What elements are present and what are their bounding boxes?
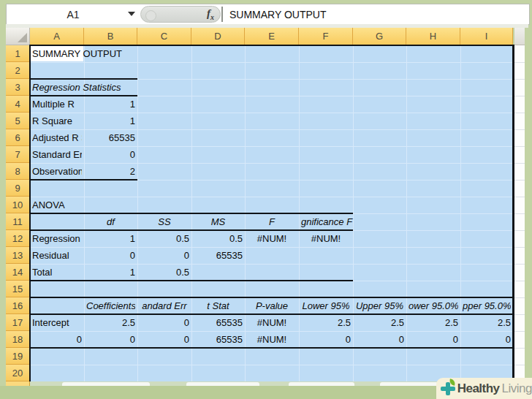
cell-B18[interactable]: 0 [86, 331, 135, 348]
cell-I18[interactable]: 0 [463, 331, 511, 348]
cell-A8[interactable]: Observations [32, 163, 82, 180]
cell-C18[interactable]: 0 [140, 331, 189, 348]
cell-A4[interactable]: Multiple R [32, 96, 82, 113]
row-header-11[interactable]: 11 [6, 213, 30, 230]
row-header-20[interactable]: 20 [6, 365, 30, 381]
cell-D11[interactable]: MS [194, 213, 243, 230]
cell-A7[interactable]: Standard Error [32, 146, 82, 163]
cell-D13[interactable]: 65535 [194, 247, 243, 264]
column-header-B[interactable]: B [84, 28, 137, 45]
gridline-horizontal [514, 281, 525, 281]
column-header-C[interactable]: C [137, 28, 191, 45]
cell-C16[interactable]: andard Err [140, 297, 189, 314]
row-header-7[interactable]: 7 [6, 146, 30, 163]
cell-F18[interactable]: 0 [301, 331, 351, 348]
cell-A10[interactable]: ANOVA [32, 197, 82, 213]
cell-A1[interactable]: SUMMARY OUTPUT [32, 45, 82, 62]
column-header-E[interactable]: E [245, 28, 299, 45]
cell-I17[interactable]: 2.5 [463, 314, 511, 331]
cell-E18[interactable]: #NUM! [247, 331, 297, 348]
formula-bar: A1 fx SUMMARY OUTPUT [6, 4, 530, 25]
column-header-G[interactable]: G [353, 28, 406, 45]
column-header-H[interactable]: H [406, 28, 460, 45]
cell-B6[interactable]: 65535 [86, 129, 135, 146]
cell-A18[interactable]: 0 [32, 331, 82, 348]
row-header-3[interactable]: 3 [6, 79, 30, 96]
row-header-18[interactable]: 18 [6, 331, 30, 348]
column-header-I[interactable]: I [460, 28, 513, 45]
gridline-horizontal [514, 62, 525, 63]
cell-F11[interactable]: gnificance F [301, 213, 351, 230]
row-header-12[interactable]: 12 [6, 230, 30, 247]
row-header-14[interactable]: 14 [6, 264, 30, 281]
column-header-A[interactable]: A [30, 28, 84, 45]
row-header-2[interactable]: 2 [6, 62, 30, 79]
cell-F16[interactable]: Lower 95% [301, 297, 351, 314]
row-header-8[interactable]: 8 [6, 163, 30, 180]
name-box[interactable]: A1 [7, 4, 140, 24]
cell-B14[interactable]: 1 [86, 264, 135, 281]
cell-F17[interactable]: 2.5 [301, 314, 351, 331]
cell-C11[interactable]: SS [140, 213, 189, 230]
cell-E12[interactable]: #NUM! [247, 230, 297, 247]
cell-B11[interactable]: df [86, 213, 135, 230]
row-header-4[interactable]: 4 [6, 96, 30, 113]
cell-B5[interactable]: 1 [86, 113, 135, 129]
cell-C13[interactable]: 0 [140, 247, 189, 264]
row-header-19[interactable]: 19 [6, 348, 30, 365]
cell-G16[interactable]: Upper 95% [355, 297, 404, 314]
gridline-horizontal [514, 230, 525, 231]
cell-G18[interactable]: 0 [355, 331, 404, 348]
cell-H17[interactable]: 2.5 [408, 314, 458, 331]
cell-G17[interactable]: 2.5 [355, 314, 404, 331]
name-box-dropdown-icon[interactable] [128, 12, 135, 16]
cell-A3[interactable]: Regression Statistics [32, 79, 82, 96]
cell-E11[interactable]: F [247, 213, 297, 230]
row-header-5[interactable]: 5 [6, 113, 30, 129]
column-header-F[interactable]: F [299, 28, 353, 45]
row-header-17[interactable]: 17 [6, 314, 30, 331]
cell-D18[interactable]: 65535 [194, 331, 243, 348]
cell-A6[interactable]: Adjusted R Square [32, 129, 82, 146]
cell-A13[interactable]: Residual [32, 247, 82, 264]
cell-C17[interactable]: 0 [140, 314, 189, 331]
row-header-9[interactable]: 9 [6, 180, 30, 197]
cell-C12[interactable]: 0.5 [140, 230, 189, 247]
name-box-value: A1 [66, 9, 79, 20]
cell-A17[interactable]: Intercept [32, 314, 82, 331]
row-header-16[interactable]: 16 [6, 297, 30, 314]
cell-A5[interactable]: R Square [32, 113, 82, 129]
cell-A12[interactable]: Regression [32, 230, 82, 247]
gridline-horizontal [514, 197, 525, 197]
cell-E17[interactable]: #NUM! [247, 314, 297, 331]
gridline-horizontal [514, 129, 525, 130]
formula-input[interactable]: SUMMARY OUTPUT [223, 4, 529, 24]
cell-B17[interactable]: 2.5 [86, 314, 135, 331]
cell-H16[interactable]: ower 95.0% [408, 297, 458, 314]
cell-B16[interactable]: Coefficients [86, 297, 135, 314]
cell-D16[interactable]: t Stat [194, 297, 243, 314]
cell-E16[interactable]: P-value [247, 297, 297, 314]
gridline-horizontal [30, 197, 513, 197]
cell-I16[interactable]: pper 95.0% [463, 297, 511, 314]
cell-B13[interactable]: 0 [86, 247, 135, 264]
cell-F12[interactable]: #NUM! [301, 230, 351, 247]
cell-B12[interactable]: 1 [86, 230, 135, 247]
cell-B4[interactable]: 1 [86, 96, 135, 113]
row-header-15[interactable]: 15 [6, 281, 30, 297]
cell-D12[interactable]: 0.5 [194, 230, 243, 247]
row-header-1[interactable]: 1 [6, 45, 30, 62]
row-header-10[interactable]: 10 [6, 197, 30, 213]
cell-D17[interactable]: 65535 [194, 314, 243, 331]
row-header-13[interactable]: 13 [6, 247, 30, 264]
cell-C14[interactable]: 0.5 [140, 264, 189, 281]
cell-B7[interactable]: 0 [86, 146, 135, 163]
cell-H18[interactable]: 0 [408, 331, 458, 348]
cell-B8[interactable]: 2 [86, 163, 135, 180]
select-all-button[interactable] [6, 28, 30, 45]
gridline-horizontal [514, 79, 525, 80]
insert-function-button[interactable]: fx [140, 6, 221, 23]
row-header-6[interactable]: 6 [6, 129, 30, 146]
cell-A14[interactable]: Total [32, 264, 82, 281]
column-header-D[interactable]: D [191, 28, 245, 45]
